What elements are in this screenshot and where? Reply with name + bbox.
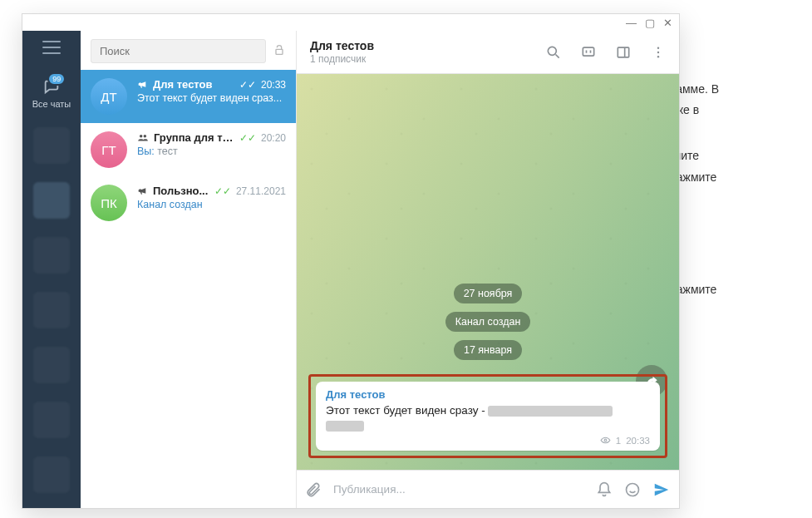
chat-item[interactable]: ГТ Группа для те... ✓✓ 20:20 Вы: тест xyxy=(81,123,296,176)
compose-input[interactable]: Публикация... xyxy=(333,483,584,496)
rail-all-chats[interactable]: 99 Все чаты xyxy=(32,77,71,109)
left-rail: 99 Все чаты xyxy=(22,31,81,508)
svg-point-9 xyxy=(604,439,607,442)
rail-folder-blur[interactable] xyxy=(33,456,70,493)
lock-icon[interactable] xyxy=(273,43,286,60)
conversation-pane: Для тестов 1 подписчик 27 ноября Канал с… xyxy=(297,31,679,508)
views-icon xyxy=(600,435,611,446)
composer: Публикация... xyxy=(297,470,679,508)
unread-badge: 99 xyxy=(47,72,66,86)
svg-point-6 xyxy=(657,47,659,48)
channel-icon xyxy=(137,79,148,90)
redacted-text xyxy=(326,421,364,432)
message-sender: Для тестов xyxy=(326,388,650,401)
chat-time: 20:33 xyxy=(261,79,286,91)
read-checks-icon: ✓✓ xyxy=(214,185,231,197)
rail-folder-blur[interactable] xyxy=(33,292,70,328)
more-icon[interactable] xyxy=(649,43,667,62)
rail-folder-blur[interactable] xyxy=(33,182,70,219)
conversation-subtitle: 1 подписчик xyxy=(310,53,528,65)
svg-point-10 xyxy=(627,483,639,496)
rail-all-chats-label: Все чаты xyxy=(32,99,71,109)
window-close-button[interactable]: ✕ xyxy=(663,17,672,29)
chat-item[interactable]: ПК Пользно... ✓✓ 27.11.2021 Канал создан xyxy=(81,176,296,229)
svg-point-2 xyxy=(144,135,147,138)
read-checks-icon: ✓✓ xyxy=(239,132,256,144)
chat-preview: Канал создан xyxy=(137,199,286,210)
window-minimize-button[interactable]: — xyxy=(626,17,637,29)
chat-time: 27.11.2021 xyxy=(236,185,286,197)
svg-point-7 xyxy=(657,51,659,52)
highlighted-message-box: Для тестов Этот текст будет виден сразу … xyxy=(308,374,667,458)
message-views: 1 xyxy=(616,436,621,446)
avatar: ДТ xyxy=(91,78,127,115)
search-input[interactable] xyxy=(91,39,266,63)
message-time: 20:33 xyxy=(626,436,650,446)
window-maximize-button[interactable]: ▢ xyxy=(645,17,655,29)
svg-point-8 xyxy=(657,56,659,57)
chat-preview: Вы: тест xyxy=(137,146,286,157)
search-icon[interactable] xyxy=(544,43,563,62)
channel-icon xyxy=(137,185,148,196)
chat-list-column: ДТ Для тестов ✓✓ 20:33 Этот текст будет … xyxy=(81,31,297,508)
messages-area[interactable]: 27 ноября Канал создан 17 января Для тес… xyxy=(297,74,679,470)
date-pill: 17 января xyxy=(454,340,522,360)
chat-name: Группа для те... xyxy=(154,131,234,144)
read-checks-icon: ✓✓ xyxy=(239,79,256,91)
rail-folder-blur[interactable] xyxy=(33,402,70,438)
rail-folder-blur[interactable] xyxy=(33,347,70,383)
emoji-icon[interactable] xyxy=(624,481,641,498)
chat-item[interactable]: ДТ Для тестов ✓✓ 20:33 Этот текст будет … xyxy=(81,70,296,123)
avatar: ГТ xyxy=(91,131,127,168)
svg-rect-5 xyxy=(618,47,628,57)
message-bubble[interactable]: Для тестов Этот текст будет виден сразу … xyxy=(316,382,660,451)
svg-rect-4 xyxy=(583,47,593,56)
comments-icon[interactable] xyxy=(579,43,598,62)
service-pill: Канал создан xyxy=(445,312,531,332)
chat-name: Для тестов xyxy=(153,78,234,91)
chat-preview: Этот текст будет виден сраз... xyxy=(137,92,286,104)
avatar: ПК xyxy=(91,185,127,221)
conversation-header: Для тестов 1 подписчик xyxy=(297,31,679,74)
svg-rect-0 xyxy=(276,49,283,54)
telegram-window: — ▢ ✕ 99 Все чаты xyxy=(22,13,680,509)
date-pill: 27 ноября xyxy=(454,284,523,303)
send-button[interactable] xyxy=(652,481,671,499)
sidepanel-icon[interactable] xyxy=(614,43,632,62)
group-icon xyxy=(137,133,149,142)
svg-point-1 xyxy=(140,135,143,138)
menu-icon[interactable] xyxy=(42,41,61,54)
window-titlebar: — ▢ ✕ xyxy=(22,14,679,31)
message-text: Этот текст будет виден сразу - xyxy=(326,403,650,433)
notifications-icon[interactable] xyxy=(596,481,613,498)
chat-time: 20:20 xyxy=(261,132,286,144)
attach-icon[interactable] xyxy=(305,481,322,498)
svg-point-3 xyxy=(548,47,556,55)
redacted-text xyxy=(488,406,613,417)
chat-name: Пользно... xyxy=(153,185,209,197)
rail-folder-blur[interactable] xyxy=(33,237,70,274)
rail-folder-blur[interactable] xyxy=(33,127,70,164)
conversation-title-block[interactable]: Для тестов 1 подписчик xyxy=(310,39,528,65)
conversation-title: Для тестов xyxy=(310,39,528,52)
